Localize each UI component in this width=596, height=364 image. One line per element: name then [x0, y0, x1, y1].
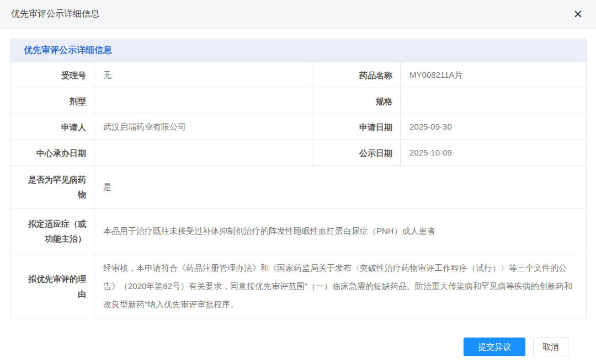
field-value-application-date: 2025-09-30 [401, 114, 587, 140]
field-label-dosage-form: 剂型 [10, 88, 94, 114]
field-value-center-undertake-date [94, 140, 312, 166]
field-value-is-rare-disease-drug: 是 [94, 166, 587, 208]
field-value-specification [401, 88, 587, 114]
table-row: 申请人 武汉启瑞药业有限公司 申请日期 2025-09-30 [10, 114, 587, 140]
cancel-button[interactable]: 取消 [533, 338, 568, 356]
table-row: 拟优先审评的理由 经审核，本申请符合《药品注册管理办法》和《国家药监局关于发布〈… [10, 254, 587, 318]
panel-header-title: 优先审评公示详细信息 [10, 39, 587, 62]
table-row: 中心承办日期 公示日期 2025-10-09 [10, 140, 587, 166]
submit-objection-button[interactable]: 提交异议 [464, 338, 525, 356]
modal-footer: 提交异议 取消 [10, 338, 586, 356]
table-row: 是否为罕见病药物 是 [10, 166, 587, 208]
field-value-applicant: 武汉启瑞药业有限公司 [94, 114, 312, 140]
field-value-acceptance-no: 无 [94, 62, 312, 88]
field-label-center-undertake-date: 中心承办日期 [10, 140, 94, 166]
field-value-dosage-form [94, 88, 312, 114]
field-value-publicity-date: 2025-10-09 [401, 140, 587, 166]
field-label-is-rare-disease-drug: 是否为罕见病药物 [10, 166, 94, 208]
modal-body: 优先审评公示详细信息 受理号 无 药品名称 MY008211A片 剂型 规格 申… [0, 29, 596, 364]
field-label-acceptance-no: 受理号 [10, 62, 94, 88]
modal-titlebar: 优先审评公示详细信息 ✕ [0, 0, 596, 29]
field-label-publicity-date: 公示日期 [312, 140, 401, 166]
panel-header-row: 优先审评公示详细信息 [10, 39, 587, 62]
field-value-proposed-indication: 本品用于治疗既往未接受过补体抑制剂治疗的阵发性睡眠性血红蛋白尿症（PNH）成人患… [94, 208, 587, 254]
field-value-drug-name: MY008211A片 [401, 62, 587, 88]
field-label-application-date: 申请日期 [312, 114, 401, 140]
table-row: 受理号 无 药品名称 MY008211A片 [10, 62, 587, 88]
table-row: 剂型 规格 [10, 88, 587, 114]
field-label-drug-name: 药品名称 [312, 62, 401, 88]
modal-title: 优先审评公示详细信息 [11, 8, 99, 20]
details-table: 优先审评公示详细信息 受理号 无 药品名称 MY008211A片 剂型 规格 申… [10, 39, 587, 318]
field-label-specification: 规格 [312, 88, 401, 114]
table-row: 拟定适应症（或功能主治） 本品用于治疗既往未接受过补体抑制剂治疗的阵发性睡眠性血… [10, 208, 587, 254]
field-label-proposed-indication: 拟定适应症（或功能主治） [10, 208, 94, 254]
close-icon[interactable]: ✕ [571, 7, 585, 21]
field-label-priority-review-reason: 拟优先审评的理由 [10, 254, 94, 318]
field-label-applicant: 申请人 [10, 114, 94, 140]
field-value-priority-review-reason: 经审核，本申请符合《药品注册管理办法》和《国家药监局关于发布〈突破性治疗药物审评… [94, 254, 587, 318]
